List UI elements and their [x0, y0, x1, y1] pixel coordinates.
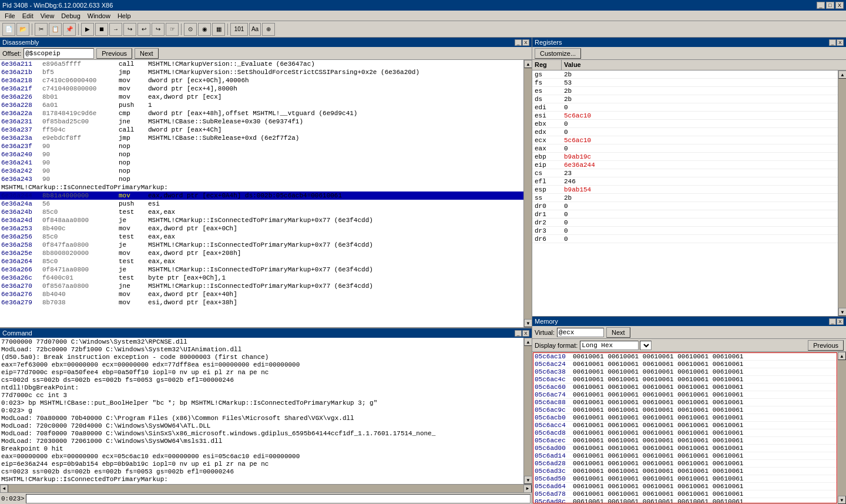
toolbar-copy[interactable]: 📋	[49, 23, 62, 36]
menu-edit[interactable]: Edit	[19, 12, 37, 20]
toolbar-hand[interactable]: ☞	[166, 23, 179, 36]
mem-toolbar: Virtual: Next	[532, 326, 846, 339]
mem-title: Memory	[535, 318, 558, 325]
disasm-line: 6e36a25e8b8008020000moveax,dword ptr [ea…	[0, 249, 523, 257]
reg-scroll-down[interactable]: ▼	[838, 308, 846, 316]
toolbar-bp[interactable]: ⊙	[184, 23, 197, 36]
mem-scroll-down[interactable]: ▼	[838, 496, 846, 504]
mem-row: 05c6ac7400610061 00610061 00610061 00610…	[533, 391, 837, 399]
mem-close-btn[interactable]: X	[837, 318, 844, 325]
disassembly-close-btn[interactable]: X	[522, 39, 529, 46]
mem-row: 05c6acec00610061 00610061 00610061 00610…	[533, 437, 837, 445]
disasm-scrollbar[interactable]: ▲ ▼	[523, 60, 532, 327]
close-button[interactable]: X	[835, 2, 844, 9]
right-panel: Registers _ X Customize... Reg Value gs2…	[532, 38, 846, 504]
disasm-line: 6e36a21fc7410400800000movdword ptr [ecx+…	[0, 85, 523, 93]
reg-close-btn[interactable]: X	[837, 39, 844, 46]
mem-row: 05c6ac3800610061 00610061 00610061 00610…	[533, 368, 837, 376]
mem-previous-btn[interactable]: Previous	[808, 340, 844, 351]
mem-scrollbar[interactable]: ▲ ▼	[838, 352, 846, 504]
disasm-line: 6e36a2268b01moveax,dword ptr [ecx]	[0, 93, 523, 101]
disassembly-minimize-btn[interactable]: _	[515, 39, 522, 46]
cmd-line: 0:023> bp MSHTML!CBase::put_BoolHelper "…	[1, 399, 522, 407]
disasm-toolbar: Offset: Previous Next	[0, 47, 532, 60]
menu-help[interactable]: Help	[114, 12, 135, 20]
disasm-line: 6e36a2448b81a4000000moveax,dword ptr [ec…	[0, 191, 523, 200]
display-format-select[interactable]: ▼	[640, 341, 652, 350]
mem-scroll-up[interactable]: ▲	[838, 352, 846, 360]
menu-view[interactable]: View	[37, 12, 58, 20]
offset-input[interactable]	[24, 48, 94, 59]
disasm-scroll-up[interactable]: ▲	[524, 60, 532, 68]
menu-window[interactable]: Window	[84, 12, 114, 20]
reg-minimize-btn[interactable]: _	[829, 39, 836, 46]
command-close-btn[interactable]: X	[522, 330, 529, 337]
cmd-hscroll-track[interactable]	[8, 485, 523, 493]
minimize-button[interactable]: _	[817, 2, 825, 9]
toolbar-sep2	[78, 23, 79, 35]
menu-file[interactable]: File	[1, 12, 19, 20]
disasm-line: 6e36a237ff504ccalldword ptr [eax+4Ch]	[0, 126, 523, 134]
toolbar-stop[interactable]: ⏹	[95, 23, 108, 36]
disasm-scroll-down[interactable]: ▼	[524, 319, 532, 327]
reg-col-value: Value	[562, 60, 846, 70]
menu-debug[interactable]: Debug	[58, 12, 83, 20]
maximize-button[interactable]: □	[826, 2, 834, 9]
toolbar-step2[interactable]: ↪	[123, 23, 136, 36]
toolbar-sym[interactable]: ⊕	[262, 23, 275, 36]
toolbar-back[interactable]: ↩	[137, 23, 150, 36]
cmd-hscroll-right[interactable]: ►	[523, 485, 532, 493]
cmd-hscroll-left[interactable]: ◄	[0, 485, 8, 493]
toolbar-cut[interactable]: ✂	[35, 23, 48, 36]
mem-next-btn[interactable]: Next	[606, 327, 630, 338]
mem-minimize-btn[interactable]: _	[829, 318, 836, 325]
toolbar-ascii[interactable]: Aa	[249, 23, 261, 36]
disasm-line: 6e36a21bbf5jmpMSHTML!CMarkupVersion::Set…	[0, 68, 523, 76]
cmd-input[interactable]	[26, 494, 531, 503]
cmd-line: cs=0023 ss=002b ds=002b es=002b fs=0053 …	[1, 468, 522, 476]
main-area: Disassembly _ X Offset: Previous Next 6e…	[0, 38, 846, 504]
cmd-line: ModLoad: 720c0000 720d4000 C:\Windows\Sy…	[1, 422, 522, 430]
disasm-scroll-track[interactable]	[524, 68, 532, 319]
cmd-line: MSHTML!CMarkup::IsConnectedToPrimaryMark…	[1, 476, 522, 483]
toolbar-open[interactable]: 📂	[16, 23, 29, 36]
virtual-input[interactable]	[557, 328, 604, 337]
toolbar-paste[interactable]: 📌	[63, 23, 76, 36]
reg-row: eip6e36a244	[532, 161, 838, 169]
disasm-line: 6e36a24a56pushesi	[0, 200, 523, 208]
cmd-scroll-up[interactable]: ▲	[524, 338, 532, 346]
cmd-scrollbar[interactable]: ▲ ▼	[523, 338, 532, 484]
reg-scroll-up[interactable]: ▲	[838, 70, 846, 79]
toolbar-new[interactable]: 📄	[2, 23, 15, 36]
mem-scroll-track[interactable]	[838, 360, 846, 496]
cmd-line: 77d7000c cc int 3	[1, 392, 522, 399]
toolbar-step[interactable]: →	[109, 23, 122, 36]
mem-row: 05c6ad0000610061 00610061 00610061 00610…	[533, 445, 837, 452]
reg-scrollbar[interactable]: ▲ ▼	[838, 70, 846, 316]
toolbar-hex[interactable]: 101	[230, 23, 248, 36]
cmd-scroll-track[interactable]	[524, 346, 532, 476]
mem-row: 05c6ac6000610061 00610061 00610061 00610…	[533, 384, 837, 391]
mem-header-btns: _ X	[829, 318, 844, 325]
prev-button[interactable]: Previous	[96, 48, 132, 59]
toolbar-bp2[interactable]: ◉	[198, 23, 211, 36]
toolbar-mem[interactable]: ▦	[212, 23, 225, 36]
reg-row: gs2b	[532, 70, 838, 79]
command-title: Command	[2, 330, 32, 337]
display-format-input[interactable]	[580, 341, 639, 350]
toolbar-run[interactable]: ▶	[81, 23, 94, 36]
command-input-row: 0:023>	[0, 492, 532, 504]
toolbar-forward[interactable]: ↪	[152, 23, 164, 36]
reg-body: gs2bfs53es2bds2bedi0esi5c6ac10ebx0edx0ec…	[532, 70, 838, 316]
command-minimize-btn[interactable]: _	[515, 330, 522, 337]
cmd-scroll-down[interactable]: ▼	[524, 476, 532, 484]
reg-scroll-track[interactable]	[838, 79, 846, 308]
toolbar-sep1	[32, 23, 32, 35]
disasm-line: MSHTML!CMarkup::IsConnectedToPrimaryMark…	[0, 183, 523, 191]
disasm-line: 6e36a24290nop	[0, 167, 523, 175]
customize-button[interactable]: Customize...	[535, 48, 581, 59]
disassembly-header-btns: _ X	[515, 39, 529, 46]
next-button[interactable]: Next	[135, 48, 159, 59]
disasm-line: 6e36a2538b400cmoveax,dword ptr [eax+0Ch]	[0, 224, 523, 233]
disassembly-title: Disassembly	[2, 39, 39, 46]
